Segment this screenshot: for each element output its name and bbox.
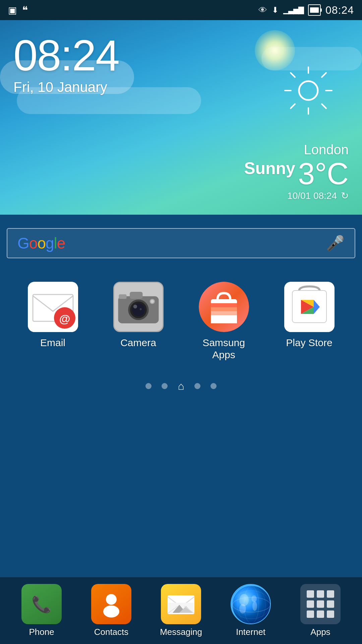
svg-point-50 (252, 601, 257, 611)
status-right-icons: 👁 ⬇ ▁▃▅▇ 08:24 (258, 4, 354, 16)
search-bar[interactable]: Google 🎤 (7, 228, 355, 258)
internet-label: Internet (236, 627, 265, 637)
status-bar: ▣ ❝ 👁 ⬇ ▁▃▅▇ 08:24 (0, 0, 362, 20)
apps-icon[interactable] (300, 584, 341, 624)
svg-rect-26 (211, 303, 237, 307)
email-label: Email (40, 337, 65, 349)
contacts-label: Contacts (94, 627, 129, 637)
svg-point-49 (251, 595, 257, 602)
dock-apps[interactable]: Apps (290, 584, 351, 637)
weather-content: 08:24 Fri, 10 January London Sunny 3°C 1… (0, 20, 362, 215)
camera-icon[interactable] (113, 282, 164, 332)
weather-updated: 10/01 08:24 ↻ (244, 190, 349, 201)
svg-point-21 (139, 308, 141, 310)
svg-point-38 (103, 605, 119, 618)
dock-internet[interactable]: Internet (221, 584, 281, 637)
messaging-icon[interactable] (161, 584, 201, 624)
download-icon: ⬇ (272, 5, 279, 15)
weather-clock: 08:24 (13, 34, 349, 77)
weather-temperature: 3°C (298, 159, 349, 189)
internet-icon[interactable] (231, 584, 271, 624)
screenshot-icon: ▣ (8, 5, 17, 16)
app-samsung[interactable]: SamsungApps (190, 282, 257, 361)
svg-text:@: @ (59, 312, 70, 325)
svg-text:📞: 📞 (32, 595, 52, 614)
samsung-icon[interactable] (199, 282, 249, 332)
apps-grid-icon (301, 584, 340, 624)
samsung-label: SamsungApps (202, 337, 245, 361)
globe[interactable] (231, 584, 271, 624)
dock-phone[interactable]: 📞 Phone (11, 584, 72, 637)
page-indicator: ⌂ (0, 378, 362, 394)
dock-messaging[interactable]: Messaging (151, 584, 211, 637)
weather-details: London Sunny 3°C 10/01 08:24 ↻ (244, 142, 349, 201)
svg-point-46 (232, 585, 271, 624)
dock: 📞 Phone Contacts (0, 577, 362, 644)
apps-label: Apps (310, 627, 330, 637)
camera-label: Camera (120, 337, 156, 349)
page-dot-1[interactable] (145, 383, 152, 389)
weather-city: London (244, 142, 349, 157)
messaging-label: Messaging (160, 627, 202, 637)
svg-rect-28 (211, 311, 237, 315)
app-play-store[interactable]: Play Store (276, 282, 343, 349)
status-left-icons: ▣ ❝ (8, 4, 28, 16)
phone-icon[interactable]: 📞 (21, 584, 62, 624)
app-email[interactable]: @ Email (19, 282, 86, 349)
app-camera[interactable]: Camera (105, 282, 172, 349)
page-dot-2[interactable] (162, 383, 168, 389)
page-dot-5[interactable] (210, 383, 217, 389)
svg-point-20 (133, 305, 137, 309)
weather-condition: Sunny (244, 159, 295, 178)
privacy-icon: 👁 (258, 5, 267, 15)
svg-rect-16 (119, 294, 126, 299)
refresh-icon[interactable]: ↻ (341, 190, 349, 201)
phone-label: Phone (29, 627, 54, 637)
play-store-icon[interactable] (284, 282, 335, 332)
svg-point-48 (239, 604, 246, 613)
apps-grid: @ Email (0, 262, 362, 371)
signal-icon: ▁▃▅▇ (283, 6, 303, 14)
svg-rect-27 (211, 307, 237, 311)
svg-rect-29 (211, 315, 237, 323)
contacts-icon[interactable] (91, 584, 131, 624)
weather-widget[interactable]: 08:24 Fri, 10 January London Sunny 3°C 1… (0, 20, 362, 215)
google-logo: Google (17, 234, 65, 252)
notification-icon: ❝ (22, 4, 28, 16)
play-store-label: Play Store (286, 337, 332, 349)
home-dot[interactable]: ⌂ (178, 380, 184, 392)
svg-point-37 (106, 594, 117, 605)
weather-desc-temp: Sunny 3°C (244, 159, 349, 189)
page-dot-4[interactable] (194, 383, 200, 389)
svg-point-23 (150, 300, 154, 303)
weather-date: Fri, 10 January (13, 79, 349, 95)
email-icon[interactable]: @ (28, 282, 78, 332)
dock-contacts[interactable]: Contacts (81, 584, 141, 637)
status-time: 08:24 (325, 4, 354, 16)
svg-rect-15 (130, 292, 142, 299)
voice-search-icon[interactable]: 🎤 (326, 234, 345, 252)
battery-icon (308, 4, 321, 16)
